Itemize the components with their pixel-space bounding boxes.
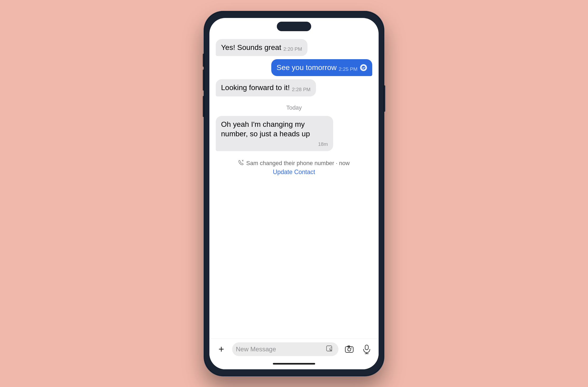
message-text: Oh yeah I'm changing my number, so just … bbox=[221, 120, 328, 139]
message-time: 2:28 PM bbox=[292, 87, 311, 92]
silent-switch bbox=[203, 54, 204, 67]
svg-point-3 bbox=[348, 348, 351, 351]
add-button[interactable]: + bbox=[215, 343, 228, 356]
volume-up-button bbox=[203, 69, 204, 91]
svg-rect-6 bbox=[365, 345, 368, 350]
table-row: Looking forward to it! 2:28 PM bbox=[216, 79, 372, 96]
camera-icon[interactable] bbox=[343, 343, 356, 356]
update-contact-link[interactable]: Update Contact bbox=[216, 169, 372, 176]
volume-down-button bbox=[203, 96, 204, 117]
sent-bubble: See you tomorrow 2:25 PM bbox=[271, 59, 372, 76]
home-indicator bbox=[209, 360, 379, 369]
power-button bbox=[384, 85, 385, 112]
phone-screen: Yes! Sounds great 2:20 PM See you tomorr… bbox=[209, 18, 379, 369]
message-time: 18m bbox=[318, 141, 328, 147]
phone-frame: Yes! Sounds great 2:20 PM See you tomorr… bbox=[204, 11, 384, 376]
message-input-wrapper[interactable]: New Message bbox=[232, 342, 338, 356]
message-time: 2:25 PM bbox=[339, 66, 357, 72]
message-time: 2:20 PM bbox=[283, 46, 302, 52]
date-separator: Today bbox=[216, 104, 372, 111]
message-text: See you tomorrow bbox=[277, 63, 337, 72]
system-notification: Sam changed their phone number · now Upd… bbox=[216, 160, 372, 176]
microphone-icon[interactable] bbox=[360, 343, 373, 356]
svg-rect-2 bbox=[345, 347, 353, 352]
svg-rect-1 bbox=[327, 346, 332, 351]
message-input[interactable]: New Message bbox=[236, 346, 323, 353]
message-text: Yes! Sounds great bbox=[221, 43, 281, 52]
message-text: Looking forward to it! bbox=[221, 83, 290, 92]
received-bubble: Yes! Sounds great 2:20 PM bbox=[216, 39, 307, 56]
read-receipt-icon bbox=[360, 64, 367, 71]
notification-text: Sam changed their phone number · now bbox=[216, 160, 372, 167]
time-row: 18m bbox=[221, 141, 328, 147]
table-row: Yes! Sounds great 2:20 PM bbox=[216, 39, 372, 56]
home-bar bbox=[273, 363, 315, 365]
sticker-icon[interactable] bbox=[325, 344, 335, 354]
received-bubble-multiline: Oh yeah I'm changing my number, so just … bbox=[216, 116, 333, 151]
svg-point-5 bbox=[351, 347, 352, 348]
chat-area: Yes! Sounds great 2:20 PM See you tomorr… bbox=[209, 18, 379, 338]
phone-changed-icon bbox=[238, 160, 244, 167]
message-input-area: + New Message bbox=[209, 338, 379, 360]
table-row: See you tomorrow 2:25 PM bbox=[216, 59, 372, 76]
received-bubble: Looking forward to it! 2:28 PM bbox=[216, 79, 316, 96]
dynamic-island bbox=[277, 22, 311, 31]
table-row: Oh yeah I'm changing my number, so just … bbox=[216, 116, 372, 151]
